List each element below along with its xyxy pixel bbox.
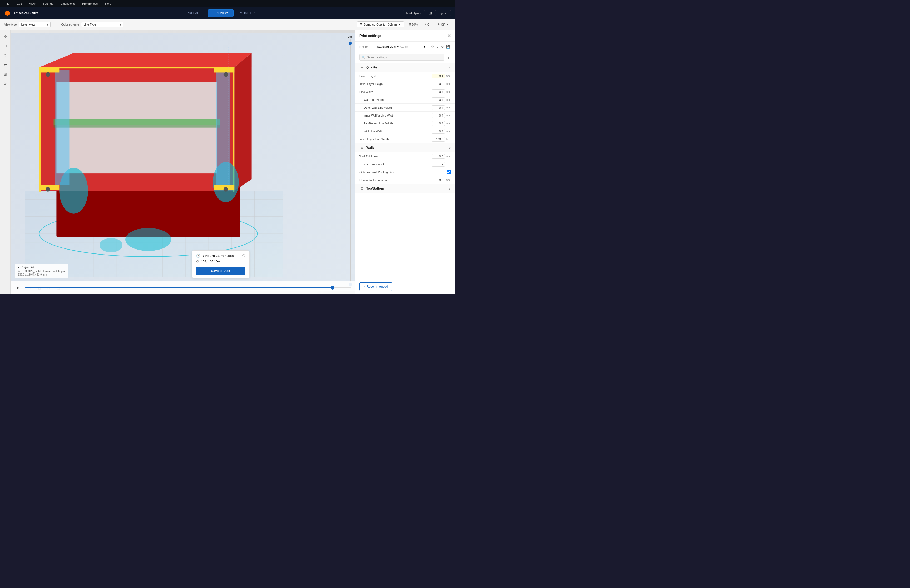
setting-value-wrapper-horizontal-expansion: 0.0 mm <box>432 178 451 183</box>
quality-settings-icon: ⚙ <box>360 23 362 26</box>
setting-value-wrapper-wall-line-count: 2 <box>432 162 451 166</box>
menu-dots-icon[interactable]: ⋮ <box>446 55 451 60</box>
reset-icon[interactable]: ↺ <box>441 44 444 49</box>
setting-value-wall-line-count[interactable]: 2 <box>432 162 445 166</box>
favorite-icon[interactable]: ☆ <box>430 44 435 49</box>
setting-name-outer-wall-line-width: Outer Wall Line Width <box>359 106 432 109</box>
expand-icon[interactable]: ∧ <box>18 266 20 269</box>
toolbar: View type Layer view ▼ Color scheme Line… <box>0 19 455 30</box>
view-type-select-wrapper: Layer view ▼ <box>19 22 50 27</box>
setting-value-line-width[interactable]: 0.4 <box>432 89 445 94</box>
setting-name-line-width: Line Width <box>359 90 432 94</box>
view-type-select[interactable]: Layer view <box>19 22 50 27</box>
magnify-value: 20% <box>412 23 418 26</box>
menu-extensions[interactable]: Extensions <box>59 2 76 6</box>
setting-name-init-layer-height: Initial Layer Height <box>359 82 427 86</box>
tab-prepare[interactable]: PREPARE <box>181 10 207 16</box>
recommended-button[interactable]: ‹ Recommended <box>359 283 392 291</box>
mirror-tool[interactable]: ⇌ <box>1 61 10 69</box>
profile-chevron-icon[interactable]: ∨ <box>436 44 440 49</box>
quality-button[interactable]: ⚙ Standard Quality - 0.2mm ▼ <box>357 21 404 27</box>
progress-thumb[interactable] <box>331 286 335 289</box>
setting-value-outer-wall-line-width[interactable]: 0.4 <box>432 105 445 110</box>
view-type-label: View type <box>4 23 17 26</box>
layer-slider[interactable] <box>350 39 351 289</box>
support-tool[interactable]: ⊞ <box>1 70 10 78</box>
menu-view[interactable]: View <box>27 2 37 6</box>
sign-in-button[interactable]: Sign in <box>435 10 451 16</box>
svg-point-42 <box>45 187 50 191</box>
logo-area: UltiMaker Cura <box>4 10 39 16</box>
setting-value-inner-wall-line-width[interactable]: 0.4 <box>432 113 445 118</box>
layer-slider-thumb-top[interactable] <box>349 42 352 45</box>
download-icon: ⬇ <box>438 23 440 26</box>
setting-value-wall-thickness[interactable]: 0.8 <box>432 154 445 159</box>
top-bottom-icon: ⊠ <box>359 186 364 191</box>
rotate-tool[interactable]: ↺ <box>1 51 10 60</box>
top-bottom-section-left: ⊠ Top/Bottom <box>359 186 384 191</box>
menu-edit[interactable]: Edit <box>15 2 23 6</box>
move-tool[interactable]: ✛ <box>1 32 10 40</box>
recommended-label: Recommended <box>367 285 388 289</box>
setting-row-optimize-wall: Optimize Wall Printing Order <box>355 168 455 176</box>
quality-icon: ≡ <box>359 65 364 70</box>
menu-settings[interactable]: Settings <box>41 2 55 6</box>
quality-section-header[interactable]: ≡ Quality ∨ <box>355 63 455 72</box>
magnify-group[interactable]: ⊠ 20% <box>406 22 420 27</box>
setting-value-horizontal-expansion[interactable]: 0.0 <box>432 178 445 183</box>
marketplace-button[interactable]: Marketplace <box>402 10 425 16</box>
viewport: 155 ∧ Object list ✎ CE3E3V2_mobile furna… <box>11 30 355 294</box>
menu-file[interactable]: File <box>3 2 11 6</box>
color-scheme-select[interactable]: Line Type <box>81 22 123 27</box>
walls-section-title: Walls <box>366 146 375 150</box>
setting-row-wall-thickness: Wall Thickness 0.8 mm <box>355 152 455 160</box>
tab-monitor[interactable]: MONITOR <box>234 10 260 16</box>
setting-value-infill-line-width[interactable]: 0.4 <box>432 129 445 134</box>
info-icon[interactable]: ⓘ <box>242 254 245 258</box>
scale-tool[interactable]: ⊡ <box>1 42 10 50</box>
profile-label: Profile <box>359 45 373 48</box>
setting-row-layer-height: Layer Height 🔗 ↺ 0.4 mm <box>355 72 455 80</box>
setting-row-outer-wall-line-width: Outer Wall Line Width 0.4 mm <box>355 104 455 111</box>
svg-rect-34 <box>55 70 70 185</box>
setting-value-wall-line-width[interactable]: 0.4 <box>432 97 445 102</box>
estimate-time-row: 🕐 7 hours 21 minutes ⓘ <box>196 254 245 258</box>
object-info-panel: ∧ Object list ✎ CE3E3V2_mobile furnace m… <box>15 264 68 278</box>
setting-value-wrapper-wall-thickness: 0.8 mm <box>432 154 451 159</box>
setting-value-layer-height[interactable]: 0.4 <box>432 74 445 78</box>
edit-icon[interactable]: ✎ <box>18 270 20 273</box>
settings-tool[interactable]: ⚙ <box>1 79 10 88</box>
top-bottom-section-header[interactable]: ⊠ Top/Bottom ∨ <box>355 184 455 193</box>
profile-select[interactable]: Standard Quality 0.2mm ▼ <box>375 44 428 50</box>
layer-slider-container: 155 <box>348 35 353 289</box>
setting-value-init-layer-height[interactable]: 0.2 <box>432 82 445 86</box>
panel-title: Print settings <box>359 34 381 38</box>
profile-actions: ☆ ∨ ↺ 💾 <box>430 44 451 49</box>
search-input[interactable] <box>367 56 442 59</box>
setting-unit-init-layer-height: mm <box>446 82 451 85</box>
grid-icon[interactable]: ⊞ <box>428 11 432 16</box>
top-bottom-chevron-icon: ∨ <box>449 187 451 190</box>
save-to-disk-button[interactable]: Save to Disk <box>196 267 245 275</box>
walls-section-header[interactable]: ⊟ Walls ∨ <box>355 143 455 152</box>
setting-unit-init-line-width: % <box>446 138 451 141</box>
setting-row-inner-wall-line-width: Inner Wall(s) Line Width 0.4 mm <box>355 111 455 120</box>
setting-value-init-line-width[interactable]: 100.0 <box>432 137 445 142</box>
menu-help[interactable]: Help <box>103 2 113 6</box>
setting-name-infill-line-width: Infill Line Width <box>359 130 432 133</box>
panel-close-button[interactable]: ✕ <box>448 33 451 38</box>
download-group[interactable]: ⬇ Off ▼ <box>435 22 451 27</box>
play-button[interactable]: ▶ <box>15 284 21 291</box>
magnify-icon: ⊠ <box>408 23 411 26</box>
svg-marker-23 <box>234 53 251 191</box>
setting-value-top-bottom-line-width[interactable]: 0.4 <box>432 121 445 126</box>
optimize-wall-checkbox[interactable] <box>446 170 451 174</box>
progress-bar[interactable] <box>25 287 351 289</box>
menu-preferences[interactable]: Preferences <box>81 2 99 6</box>
setting-row-wall-line-width: Wall Line Width 0.4 mm <box>355 96 455 104</box>
tab-preview[interactable]: PREVIEW <box>208 10 233 17</box>
setting-value-wrapper-wall-line-width: 0.4 mm <box>432 97 451 102</box>
setting-row-init-line-width: Initial Layer Line Width 100.0 % <box>355 135 455 143</box>
fan-group[interactable]: ✦ On <box>422 22 433 27</box>
save-profile-icon[interactable]: 💾 <box>446 44 451 49</box>
